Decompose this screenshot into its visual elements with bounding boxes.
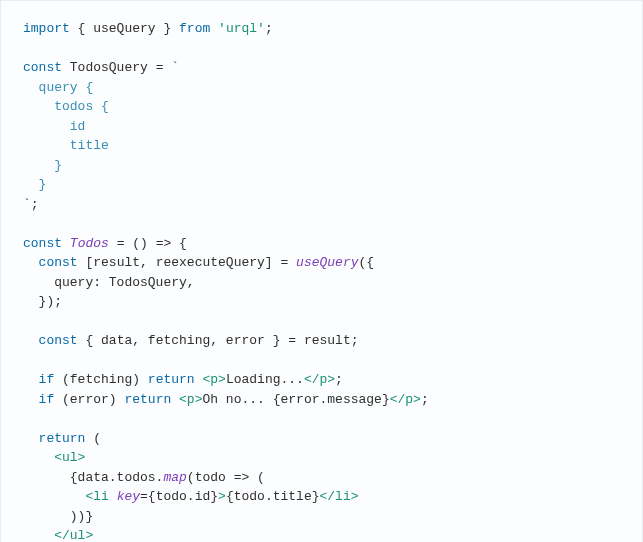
space (62, 236, 70, 251)
keyword-const: const (39, 255, 78, 270)
space (109, 236, 117, 251)
component-todos: Todos (70, 236, 109, 251)
query-line: title (23, 138, 109, 153)
ident-todosquery: TodosQuery (62, 60, 156, 75)
tag-ul-open: <ul> (54, 450, 85, 465)
expr-error-message: {error.message} (273, 392, 390, 407)
tag-p-open: <p> (179, 392, 202, 407)
text-ohno: Oh no... (202, 392, 272, 407)
query-line: } (23, 158, 62, 173)
ident-result: result; (296, 333, 358, 348)
space (109, 489, 117, 504)
indent (23, 489, 85, 504)
paren-open: ( (85, 431, 101, 446)
semicolon: ; (31, 197, 39, 212)
query-line: query { (23, 80, 93, 95)
call-map: map (163, 470, 186, 485)
query-line: } (23, 177, 46, 192)
keyword-if: if (39, 372, 55, 387)
semicolon: ; (265, 21, 273, 36)
code-block: import { useQuery } from 'urql'; const T… (0, 0, 643, 542)
close-map: ))} (23, 509, 93, 524)
semicolon: ; (421, 392, 429, 407)
tag-li-open: <li (85, 489, 108, 504)
param-todo: (todo (187, 470, 234, 485)
ident-usequery: useQuery (93, 21, 155, 36)
backtick: ` (23, 197, 31, 212)
tag-ul-close: </ul> (54, 528, 93, 542)
keyword-return: return (124, 392, 171, 407)
query-line: todos { (23, 99, 109, 114)
indent (23, 528, 54, 542)
space (171, 392, 179, 407)
space (288, 255, 296, 270)
option-query: query: TodosQuery, (23, 275, 195, 290)
parens: () (124, 236, 155, 251)
indent (23, 372, 39, 387)
indent (23, 431, 39, 446)
operator-assign: = (140, 489, 148, 504)
keyword-const: const (23, 236, 62, 251)
tag-li-gt: > (218, 489, 226, 504)
string-urql: 'urql' (218, 21, 265, 36)
cond-fetching: (fetching) (54, 372, 148, 387)
expr-todo-id: {todo.id} (148, 489, 218, 504)
cond-error: (error) (54, 392, 124, 407)
brace: { (171, 236, 187, 251)
operator-arrow: => (234, 470, 250, 485)
call-usequery: useQuery (296, 255, 358, 270)
keyword-import: import (23, 21, 70, 36)
keyword-const: const (23, 60, 62, 75)
attr-key: key (117, 489, 140, 504)
indent (23, 333, 39, 348)
tag-p-close: </p> (390, 392, 421, 407)
keyword-return: return (148, 372, 195, 387)
tag-p-close: </p> (304, 372, 335, 387)
indent (23, 255, 39, 270)
paren-open: ( (249, 470, 265, 485)
space (210, 21, 218, 36)
operator-assign: = (288, 333, 296, 348)
close-parens: }); (23, 294, 62, 309)
brace: } (156, 21, 179, 36)
keyword-return: return (39, 431, 86, 446)
query-line: id (23, 119, 85, 134)
keyword-from: from (179, 21, 210, 36)
destructure: { data, fetching, error } (78, 333, 289, 348)
parens-brace: ({ (359, 255, 375, 270)
keyword-if: if (39, 392, 55, 407)
expr-map-pre: {data.todos. (23, 470, 163, 485)
expr-todo-title: {todo.title} (226, 489, 320, 504)
destructure: [result, reexecuteQuery] (78, 255, 281, 270)
tag-p-open: <p> (202, 372, 225, 387)
backtick: ` (163, 60, 179, 75)
brace: { (70, 21, 93, 36)
indent (23, 450, 54, 465)
indent (23, 392, 39, 407)
semicolon: ; (335, 372, 343, 387)
keyword-const: const (39, 333, 78, 348)
operator-arrow: => (156, 236, 172, 251)
text-loading: Loading... (226, 372, 304, 387)
tag-li-close: </li> (320, 489, 359, 504)
